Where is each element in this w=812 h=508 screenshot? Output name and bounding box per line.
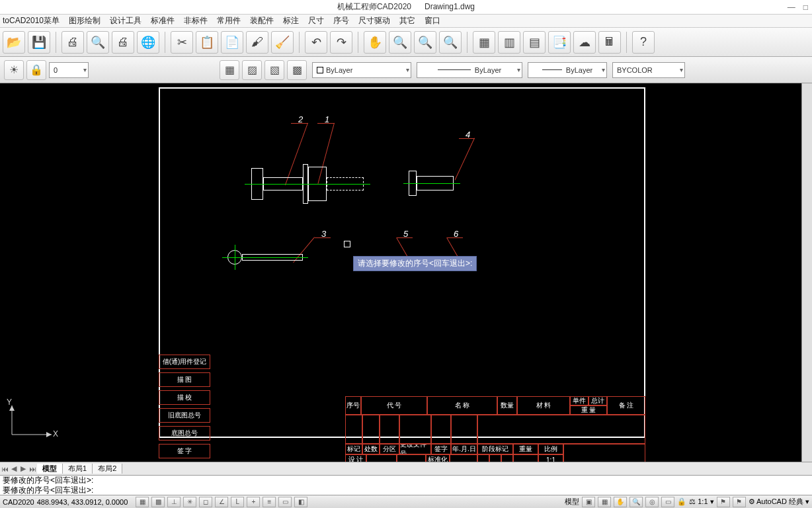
menu-assembly[interactable]: 装配件 xyxy=(250,15,274,26)
drawing-canvas[interactable]: 借(通)用件登记 描 图 描 校 旧底图总号 底图总号 签 字 日 期 1 2 … xyxy=(0,83,812,462)
menu-other[interactable]: 其它 xyxy=(399,15,415,26)
tab-next-icon[interactable]: ▶ xyxy=(19,464,28,473)
crosshair-cursor xyxy=(344,241,350,247)
cut-button[interactable]: ✂ xyxy=(171,31,193,54)
layer-dropdown[interactable]: 0▾ xyxy=(49,62,89,78)
annotation-lock-icon[interactable]: 🔒 xyxy=(677,497,686,506)
quickview-layouts-icon[interactable]: ▣ xyxy=(582,497,595,507)
zoom-previous-button[interactable]: 🔍 xyxy=(439,31,462,54)
copy-button[interactable]: 📋 xyxy=(196,31,218,54)
side-cell: 描 图 xyxy=(159,372,210,387)
menu-window[interactable]: 窗口 xyxy=(425,15,440,26)
maximize-icon[interactable]: □ xyxy=(803,3,808,12)
status-app: CAD2020 xyxy=(3,498,34,506)
polar-toggle[interactable]: ✳ xyxy=(183,497,196,507)
annotation-auto-icon[interactable]: ⚑ xyxy=(733,497,746,507)
doc-name: Drawing1.dwg xyxy=(425,2,475,11)
layer-match-icon[interactable]: ▩ xyxy=(287,60,307,80)
workspace-switcher[interactable]: ⚙ AutoCAD 经典 ▾ xyxy=(749,497,809,507)
plotstyle-dropdown[interactable]: BYCOLOR▾ xyxy=(612,62,685,78)
publish-button[interactable]: 🌐 xyxy=(137,31,159,54)
side-cell: 借(通)用件登记 xyxy=(159,355,210,369)
side-cell: 签 字 xyxy=(159,444,210,458)
print-preview-button[interactable]: 🔍 xyxy=(87,31,109,54)
layer-prev-icon[interactable]: ▧ xyxy=(264,60,284,80)
menu-balloon[interactable]: 序号 xyxy=(333,15,349,26)
tab-last-icon[interactable]: ⏭ xyxy=(28,465,37,473)
calc-button[interactable]: 🖩 xyxy=(598,31,621,54)
menu-draw[interactable]: 图形绘制 xyxy=(69,15,101,26)
tab-layout2[interactable]: 布局2 xyxy=(93,464,122,474)
ortho-toggle[interactable]: ⊥ xyxy=(167,497,181,507)
quickview-drawings-icon[interactable]: ▦ xyxy=(598,497,611,507)
grid-toggle[interactable]: ▩ xyxy=(151,497,165,507)
main-toolbar: 📂 💾 🖨 🔍 🖨 🌐 ✂ 📋 📄 🖌 🧹 ↶ ↷ ✋ 🔍 🔍 🔍 ▦ ▥ ▤ … xyxy=(0,28,812,57)
annotation-vis-icon[interactable]: ⚑ xyxy=(717,497,730,507)
zoom-realtime-button[interactable]: 🔍 xyxy=(389,31,411,54)
tab-model[interactable]: 模型 xyxy=(37,464,63,474)
menu-standard-parts[interactable]: 标准件 xyxy=(151,15,175,26)
design-center-button[interactable]: ▥ xyxy=(498,31,520,54)
app-name: 机械工程师CAD2020 xyxy=(337,2,411,11)
lineweight-dropdown[interactable]: ByLayer▾ xyxy=(528,62,607,78)
tab-prev-icon[interactable]: ◀ xyxy=(9,464,19,473)
sheet-set-button[interactable]: 📑 xyxy=(548,31,571,54)
menu-annotate[interactable]: 标注 xyxy=(283,15,299,26)
menu-common[interactable]: 常用件 xyxy=(217,15,241,26)
annotation-scale[interactable]: ⚖ 1:1 ▾ xyxy=(689,497,713,506)
menu-design-tools[interactable]: 设计工具 xyxy=(110,15,142,26)
print-button[interactable]: 🖨 xyxy=(61,31,84,54)
layer-iso-icon[interactable]: ▨ xyxy=(242,60,262,80)
undo-button[interactable]: ↶ xyxy=(305,31,327,54)
layer-lock-icon[interactable]: 🔒 xyxy=(26,60,46,80)
pan-button[interactable]: ✋ xyxy=(364,31,386,54)
layer-manager-icon[interactable]: ▦ xyxy=(220,60,239,80)
linetype-dropdown[interactable]: ByLayer▾ xyxy=(417,62,522,78)
status-model[interactable]: 模型 xyxy=(565,497,579,507)
menu-dim-drive[interactable]: 尺寸驱动 xyxy=(358,15,390,26)
layer-state-icon[interactable]: ☀ xyxy=(4,60,24,80)
layout-tabs: ⏮ ◀ ▶ ⏭ 模型 布局1 布局2 xyxy=(0,462,812,475)
match-props-button[interactable]: 🖌 xyxy=(246,31,268,54)
color-dropdown[interactable]: ByLayer▾ xyxy=(312,62,411,78)
pan-status-icon[interactable]: ✋ xyxy=(614,497,627,507)
menu-autocad2010[interactable]: toCAD2010菜单 xyxy=(3,15,60,26)
minimize-icon[interactable]: — xyxy=(788,3,795,12)
status-coords: 488.9943, 433.0912, 0.0000 xyxy=(37,498,128,506)
command-input[interactable]: 要修改的序号<回车退出>: xyxy=(3,486,809,495)
paste-button[interactable]: 📄 xyxy=(221,31,243,54)
open-button[interactable]: 📂 xyxy=(3,31,25,54)
model-space-toggle[interactable]: ◧ xyxy=(294,497,307,507)
redo-button[interactable]: ↷ xyxy=(330,31,352,54)
menu-dimension[interactable]: 尺寸 xyxy=(308,15,324,26)
properties-bar: ☀ 🔒 0▾ ▦ ▨ ▧ ▩ ByLayer▾ ByLayer▾ ByLayer… xyxy=(0,57,812,83)
tab-layout1[interactable]: 布局1 xyxy=(63,464,93,474)
side-cell: 底图总号 xyxy=(159,426,210,441)
qp-toggle[interactable]: ▭ xyxy=(278,497,292,507)
zoom-status-icon[interactable]: 🔍 xyxy=(629,497,643,507)
snap-toggle[interactable]: ▦ xyxy=(136,497,149,507)
markup-button[interactable]: ☁ xyxy=(573,31,596,54)
zoom-window-button[interactable]: 🔍 xyxy=(414,31,436,54)
side-cell: 旧底图总号 xyxy=(159,408,210,423)
osnap-toggle[interactable]: ◻ xyxy=(199,497,212,507)
tab-first-icon[interactable]: ⏮ xyxy=(0,465,9,473)
help-button[interactable]: ? xyxy=(632,31,655,54)
ducs-toggle[interactable]: L xyxy=(231,497,244,507)
dyn-toggle[interactable]: + xyxy=(247,497,260,507)
tool-palettes-button[interactable]: ▤ xyxy=(523,31,546,54)
svg-marker-2 xyxy=(46,432,52,437)
showmotion-icon[interactable]: ▭ xyxy=(661,497,674,507)
plot-button[interactable]: 🖨 xyxy=(112,31,134,54)
properties-button[interactable]: ▦ xyxy=(473,31,495,54)
lwt-toggle[interactable]: ≡ xyxy=(263,497,276,507)
save-button[interactable]: 💾 xyxy=(28,31,50,54)
otrack-toggle[interactable]: ∠ xyxy=(215,497,228,507)
vertical-scrollbar[interactable] xyxy=(801,83,812,462)
status-bar: CAD2020 488.9943, 433.0912, 0.0000 ▦ ▩ ⊥… xyxy=(0,495,812,508)
erase-button[interactable]: 🧹 xyxy=(271,31,294,54)
command-history: 要修改的序号<回车退出>: xyxy=(3,476,809,486)
menu-nonstandard[interactable]: 非标件 xyxy=(184,15,208,26)
command-line[interactable]: 要修改的序号<回车退出>: 要修改的序号<回车退出>: xyxy=(0,475,812,495)
steering-wheel-icon[interactable]: ◎ xyxy=(645,497,659,507)
